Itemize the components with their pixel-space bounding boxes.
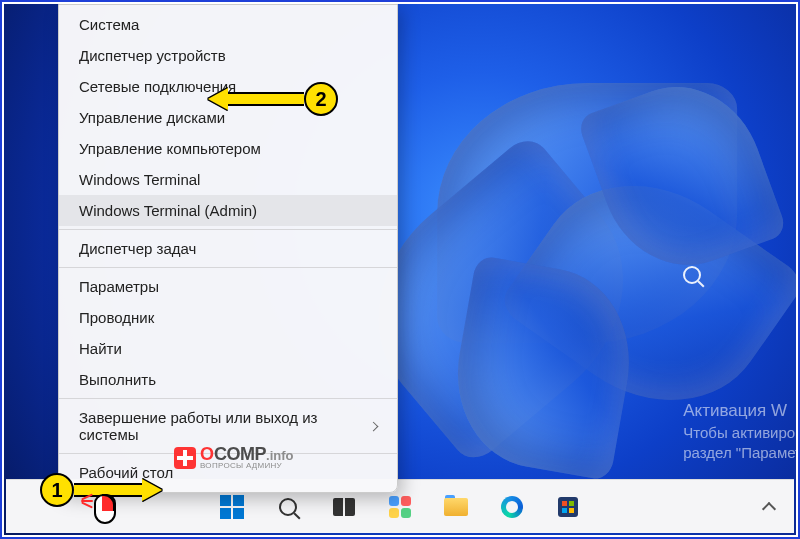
ctx-separator: [59, 229, 397, 230]
ctx-item-label: Параметры: [79, 278, 159, 295]
ctx-item-label: Управление компьютером: [79, 140, 261, 157]
ctx-separator: [59, 267, 397, 268]
ctx-item-label: Управление дисками: [79, 109, 225, 126]
activation-line3: раздел "Парамет: [683, 443, 796, 463]
chevron-up-icon: [762, 504, 776, 518]
winx-context-menu[interactable]: СистемаДиспетчер устройствСетевые подклю…: [58, 4, 398, 493]
ctx-item-label: Диспетчер задач: [79, 240, 196, 257]
ctx-item-4[interactable]: Управление компьютером: [59, 133, 397, 164]
ctx-item-label: Найти: [79, 340, 122, 357]
ctx-item-5[interactable]: Windows Terminal: [59, 164, 397, 195]
magnifier-icon: [683, 266, 701, 284]
activation-watermark: Активация W Чтобы активиро раздел "Парам…: [683, 400, 796, 463]
ctx-item-label: Windows Terminal (Admin): [79, 202, 257, 219]
callout-2: 2: [208, 82, 338, 116]
file-explorer-button[interactable]: [436, 487, 476, 527]
ctx-item-12[interactable]: Найти: [59, 333, 397, 364]
ctx-item-label: Выполнить: [79, 371, 156, 388]
tray-chevron-button[interactable]: [762, 500, 776, 518]
ctx-separator: [59, 398, 397, 399]
ctx-item-label: Завершение работы или выход из системы: [79, 409, 370, 443]
edge-button[interactable]: [492, 487, 532, 527]
windows-logo-icon: [220, 495, 244, 519]
callout-2-bubble: 2: [304, 82, 338, 116]
folder-icon: [444, 498, 468, 516]
ctx-item-label: Проводник: [79, 309, 154, 326]
task-view-icon: [333, 498, 355, 516]
ctx-item-11[interactable]: Проводник: [59, 302, 397, 333]
desktop-wallpaper: Активация W Чтобы активиро раздел "Парам…: [4, 4, 796, 535]
ocomp-watermark: O COMP .info ВОПРОСЫ АДМИНУ: [174, 446, 293, 469]
ctx-item-1[interactable]: Диспетчер устройств: [59, 40, 397, 71]
callout-1-bubble: 1: [40, 473, 74, 507]
search-icon: [279, 498, 297, 516]
edge-icon: [501, 496, 523, 518]
ctx-item-label: Диспетчер устройств: [79, 47, 226, 64]
ctx-item-13[interactable]: Выполнить: [59, 364, 397, 395]
store-icon: [558, 497, 578, 517]
ctx-item-6[interactable]: Windows Terminal (Admin): [59, 195, 397, 226]
activation-line2: Чтобы активиро: [683, 423, 796, 443]
ctx-item-0[interactable]: Система: [59, 9, 397, 40]
ctx-item-8[interactable]: Диспетчер задач: [59, 233, 397, 264]
widgets-icon: [389, 496, 411, 518]
ocomp-cross-icon: [174, 447, 196, 469]
ctx-item-label: Система: [79, 16, 139, 33]
right-click-mouse-icon: [94, 494, 118, 528]
ctx-item-10[interactable]: Параметры: [59, 271, 397, 302]
ms-store-button[interactable]: [548, 487, 588, 527]
ctx-item-15[interactable]: Завершение работы или выход из системы: [59, 402, 397, 450]
activation-line1: Активация W: [683, 400, 796, 423]
ctx-item-label: Windows Terminal: [79, 171, 200, 188]
